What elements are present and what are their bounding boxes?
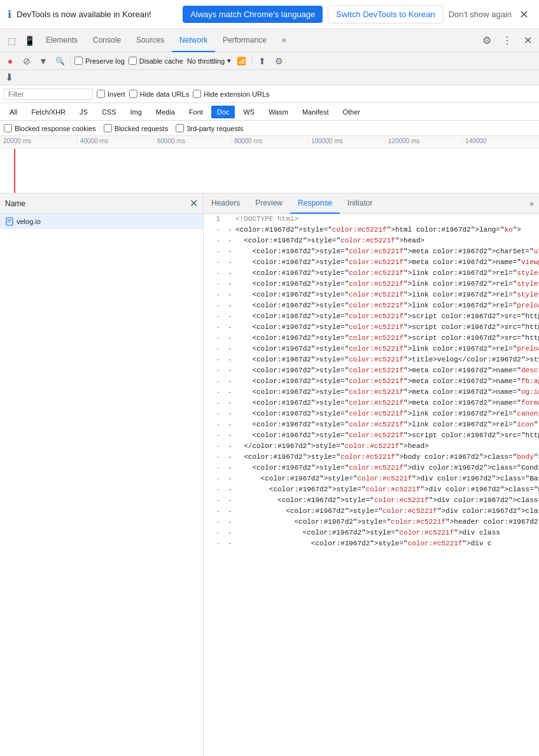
disable-cache-checkbox[interactable]: Disable cache (129, 57, 183, 65)
third-party-checkbox[interactable]: 3rd-party requests (176, 124, 243, 132)
panel-tabs-more[interactable]: » (524, 199, 539, 208)
code-line: -- <color:#1967d2">style="color:#c5221f"… (204, 344, 539, 354)
code-content[interactable]: 1<!DOCTYPE html>--<color:#1967d2">style=… (204, 214, 539, 756)
tab-sources[interactable]: Sources (129, 29, 172, 52)
notification-close-icon[interactable]: ✕ (517, 8, 531, 22)
ruler-mark: 80000 ms (231, 137, 308, 144)
throttle-select[interactable]: No throttling ▾ (187, 57, 231, 65)
device-toggle-icon[interactable]: 📱 (20, 32, 38, 50)
third-party-input[interactable] (176, 124, 184, 132)
code-line: --<color:#1967d2">style="color:#c5221f">… (204, 225, 539, 235)
list-item-name: velog.io (17, 218, 198, 225)
code-line: -- <color:#1967d2">style="color:#c5221f"… (204, 279, 539, 290)
panel-close-icon[interactable]: ✕ (190, 197, 198, 209)
blocked-requests-checkbox[interactable]: Blocked requests (104, 124, 168, 132)
search-icon[interactable]: 🔍 (53, 55, 66, 67)
filter-type-fetch/xhr[interactable]: Fetch/XHR (25, 106, 71, 118)
code-line: -- <color:#1967d2">style="color:#c5221f"… (204, 333, 539, 344)
switch-korean-button[interactable]: Switch DevTools to Korean (328, 5, 443, 24)
filter-type-img[interactable]: Img (125, 106, 148, 118)
preserve-log-input[interactable] (74, 57, 83, 65)
filter-types-row: AllFetch/XHRJSCSSImgMediaFontDocWSWasmMa… (0, 103, 539, 121)
clear-log-button[interactable]: ⊘ (20, 55, 33, 67)
settings-icon[interactable]: ⚙ (478, 32, 496, 50)
tab-elements[interactable]: Elements (38, 29, 85, 52)
download-icon[interactable]: ⬇ (5, 71, 13, 83)
filter-type-manifest[interactable]: Manifest (297, 106, 335, 118)
ruler-mark: 120000 ms (385, 137, 462, 144)
list-item[interactable]: velog.io (0, 214, 203, 229)
filter-input[interactable] (4, 88, 93, 100)
devtools-tab-bar: ⬚ 📱 Elements Console Sources Network Per… (0, 29, 539, 52)
filter-type-font[interactable]: Font (183, 106, 209, 118)
upload-icon[interactable]: ⬆ (256, 55, 269, 67)
code-panel: 1<!DOCTYPE html>--<color:#1967d2">style=… (204, 214, 539, 756)
tab-network[interactable]: Network (172, 29, 215, 52)
code-line: -- <color:#1967d2">style="color:#c5221f"… (204, 419, 539, 430)
blocked-response-input[interactable] (4, 124, 12, 132)
inspect-icon[interactable]: ⬚ (3, 32, 20, 50)
svg-rect-0 (6, 218, 13, 225)
code-line: -- <color:#1967d2">style="color:#c5221f"… (204, 257, 539, 268)
filter-type-js[interactable]: JS (74, 106, 94, 118)
filter-row: Invert Hide data URLs Hide extension URL… (0, 85, 539, 103)
code-line: -- <color:#1967d2">style="color:#c5221f"… (204, 246, 539, 257)
offline-icon[interactable]: 📶 (235, 55, 248, 67)
invert-input[interactable] (97, 90, 105, 98)
filter-type-css[interactable]: CSS (96, 106, 122, 118)
filter-type-ws[interactable]: WS (237, 106, 260, 118)
blocked-response-checkbox[interactable]: Blocked response cookies (4, 124, 96, 132)
filter-type-media[interactable]: Media (150, 106, 181, 118)
hide-data-checkbox[interactable]: Hide data URLs (129, 90, 190, 98)
name-column-header: Name (5, 199, 190, 208)
invert-checkbox[interactable]: Invert (97, 90, 125, 98)
network-settings-icon[interactable]: ⚙ (272, 55, 285, 67)
timeline-content[interactable] (0, 149, 539, 193)
panel-tab-preview[interactable]: Preview (248, 193, 290, 214)
content-area: velog.io 1<!DOCTYPE html>--<color:#1967d… (0, 214, 539, 756)
code-line: -- <color:#1967d2">style="color:#c5221f"… (204, 409, 539, 419)
filter-type-all[interactable]: All (4, 106, 23, 118)
left-panel-header: Name ✕ (0, 193, 204, 214)
record-button[interactable]: ● (4, 55, 17, 67)
right-panel-tabs: HeadersPreviewResponseInitiator» (204, 193, 539, 214)
tab-console[interactable]: Console (85, 29, 129, 52)
code-line: -- <color:#1967d2">style="color:#c5221f"… (204, 268, 539, 279)
timeline-position-indicator (14, 149, 15, 193)
filter-type-doc[interactable]: Doc (211, 106, 235, 118)
toolbar-right-icons: ⚙ ⋮ ✕ (478, 32, 536, 50)
notification-bar: ℹ DevTools is now available in Korean! A… (0, 0, 539, 29)
code-line: -- <color:#1967d2">style="color:#c5221f"… (204, 290, 539, 300)
filter-type-other[interactable]: Other (337, 106, 366, 118)
tab-performance[interactable]: Performance (215, 29, 274, 52)
code-line: -- <color:#1967d2">style="color:#c5221f"… (204, 300, 539, 311)
timeline-ruler: 20000 ms40000 ms60000 ms80000 ms100000 m… (0, 136, 539, 149)
hide-data-input[interactable] (129, 90, 137, 98)
preserve-log-checkbox[interactable]: Preserve log (74, 57, 125, 65)
hide-ext-input[interactable] (193, 90, 201, 98)
ruler-mark: 60000 ms (154, 137, 231, 144)
code-line: -- <color:#1967d2">style="color:#c5221f"… (204, 398, 539, 409)
code-line: -- <color:#1967d2">style="color:#c5221f"… (204, 452, 539, 463)
panel-tab-response[interactable]: Response (290, 193, 340, 214)
panel-tab-headers[interactable]: Headers (204, 193, 248, 214)
code-line: 1<!DOCTYPE html> (204, 214, 539, 225)
filter-type-wasm[interactable]: Wasm (263, 106, 294, 118)
code-line: -- <color:#1967d2">style="color:#c5221f"… (204, 517, 539, 528)
separator-1 (70, 56, 71, 66)
tab-more[interactable]: » (274, 29, 294, 52)
code-line: -- <color:#1967d2">style="color:#c5221f"… (204, 430, 539, 441)
more-options-icon[interactable]: ⋮ (498, 32, 516, 50)
filter-icon[interactable]: ▼ (37, 55, 50, 67)
close-devtools-icon[interactable]: ✕ (519, 32, 536, 50)
panel-tab-initiator[interactable]: Initiator (340, 193, 380, 214)
ruler-mark: 40000 ms (77, 137, 154, 144)
disable-cache-input[interactable] (129, 57, 137, 65)
code-line: -- <color:#1967d2">style="color:#c5221f"… (204, 235, 539, 246)
dont-show-again-button[interactable]: Don't show again (449, 10, 512, 19)
hide-ext-checkbox[interactable]: Hide extension URLs (193, 90, 269, 98)
requests-list: velog.io (0, 214, 204, 756)
document-icon (5, 217, 14, 226)
blocked-requests-input[interactable] (104, 124, 112, 132)
match-language-button[interactable]: Always match Chrome's language (183, 6, 323, 23)
